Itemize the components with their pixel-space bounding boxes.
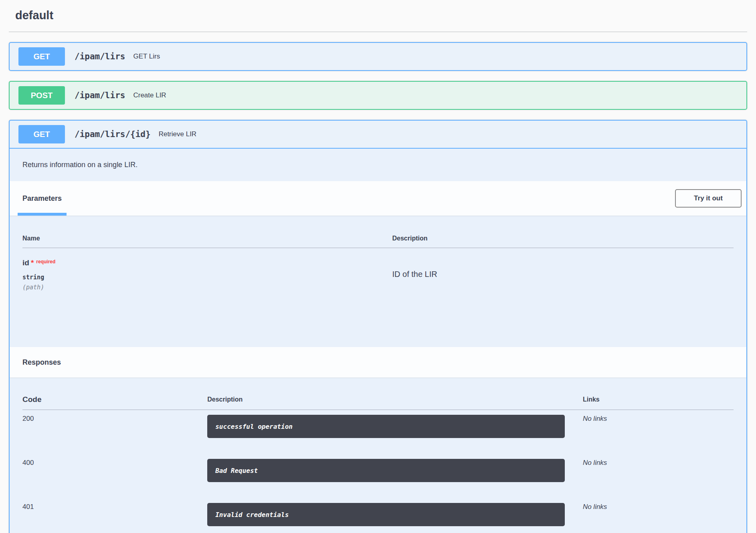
endpoint-summary: Retrieve LIR [159,130,196,138]
response-code: 200 [22,410,207,454]
opblock-body: Returns information on a single LIR. Par… [10,149,746,533]
responses-table: Code Description Links 200 successful op… [22,395,734,533]
response-links: No links [583,498,734,533]
response-description-header: Description [207,395,583,410]
try-it-out-button[interactable]: Try it out [675,189,742,208]
tab-parameters[interactable]: Parameters [22,181,62,216]
response-description-box: Invalid credentials [207,503,565,526]
param-description: ID of the LIR [392,270,734,279]
tab-parameters-label: Parameters [22,194,62,203]
param-location: (path) [22,284,392,291]
parameters-section-header: Parameters Try it out [10,181,746,216]
responses-label: Responses [22,358,61,367]
method-badge-get: GET [18,47,65,66]
parameters-table: Name Description id*required string (pa [22,235,734,347]
table-row: 400 Bad Request No links [22,454,734,498]
param-name-header: Name [22,235,392,248]
opblock-summary-get-lirs[interactable]: GET /ipam/lirs GET Lirs [10,43,746,70]
operation-description: Returns information on a single LIR. [10,149,746,181]
endpoint-summary: GET Lirs [133,52,160,61]
response-links: No links [583,454,734,498]
endpoint-path: /ipam/lirs [75,52,125,61]
param-name: id*required [22,258,392,267]
tag-header-default[interactable]: default [9,0,747,32]
opblock-summary-get-lir-by-id[interactable]: GET /ipam/lirs/{id} Retrieve LIR [10,121,746,149]
required-star: * [31,258,34,267]
response-description-box: Bad Request [207,459,565,482]
parameters-table-container: Name Description id*required string (pa [10,216,746,347]
table-row: 200 successful operation No links [22,410,734,454]
opblock-get-lir-by-id: GET /ipam/lirs/{id} Retrieve LIR Returns… [9,120,747,533]
opblock-post-lirs: POST /ipam/lirs Create LIR [9,81,747,110]
tag-title: default [15,9,53,22]
required-label: required [36,259,55,264]
response-links-header: Links [583,395,734,410]
responses-section-header: Responses [10,347,746,378]
responses-table-container: Code Description Links 200 successful op… [10,378,746,533]
table-row: id*required string (path) ID of the LIR [22,248,734,347]
method-badge-get: GET [18,125,65,143]
swagger-page: default GET /ipam/lirs GET Lirs POST /ip… [0,0,756,533]
response-links: No links [583,410,734,454]
param-description-header: Description [392,235,734,248]
endpoint-summary: Create LIR [133,91,166,99]
opblock-summary-post-lirs[interactable]: POST /ipam/lirs Create LIR [10,82,746,109]
table-row: 401 Invalid credentials No links [22,498,734,533]
endpoint-path: /ipam/lirs [75,91,125,100]
param-type: string [22,274,392,281]
response-code: 400 [22,454,207,498]
opblock-get-lirs: GET /ipam/lirs GET Lirs [9,42,747,71]
endpoint-path: /ipam/lirs/{id} [75,129,151,139]
response-code: 401 [22,498,207,533]
method-badge-post: POST [18,86,65,105]
response-description-box: successful operation [207,415,565,438]
response-code-header: Code [22,395,207,410]
param-name-text: id [22,258,29,267]
